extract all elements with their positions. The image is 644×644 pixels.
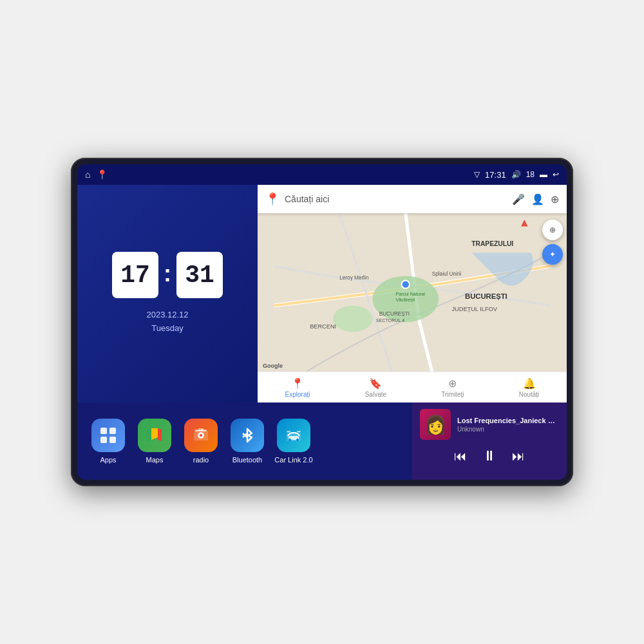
music-next-button[interactable]: ⏭ xyxy=(512,450,525,462)
svg-rect-28 xyxy=(287,431,290,432)
clock-display: 17 : 31 xyxy=(112,252,223,298)
svg-point-21 xyxy=(200,434,202,437)
svg-text:TRAPEZULUI: TRAPEZULUI xyxy=(471,240,513,247)
radio-icon-svg: FM xyxy=(191,426,211,445)
device: ⌂ 📍 ▽ 17:31 🔊 18 ▬ ↩ 17 : xyxy=(71,158,573,486)
music-artist: Unknown xyxy=(457,426,559,433)
radio-label: radio xyxy=(193,456,209,464)
saved-icon: 🔖 xyxy=(369,377,382,390)
maps-shortcut-icon[interactable]: 📍 xyxy=(97,169,108,180)
clock-date-value: 2023.12.12 xyxy=(146,308,188,322)
map-search-actions: 🎤 👤 ⊕ xyxy=(512,193,559,205)
map-search-input[interactable]: Căutați aici xyxy=(285,194,507,204)
svg-point-2 xyxy=(333,306,373,332)
map-panel[interactable]: 📍 Căutați aici 🎤 👤 ⊕ xyxy=(258,185,567,402)
app-carlink[interactable]: Car Link 2.0 xyxy=(273,419,314,464)
svg-rect-15 xyxy=(100,428,107,434)
device-screen: ⌂ 📍 ▽ 17:31 🔊 18 ▬ ↩ 17 : xyxy=(77,164,567,480)
map-nav-trimiteti-label: Trimiteți xyxy=(441,391,464,398)
svg-text:FM: FM xyxy=(198,428,203,431)
svg-rect-18 xyxy=(109,437,116,443)
svg-point-27 xyxy=(296,439,299,441)
map-search-bar: 📍 Căutați aici 🎤 👤 ⊕ xyxy=(258,185,567,213)
svg-text:Văcărești: Văcărești xyxy=(395,298,415,303)
explore-icon: 📍 xyxy=(291,377,304,390)
map-controls: ⊕ ✦ xyxy=(542,220,563,265)
bluetooth-label: Bluetooth xyxy=(232,456,262,464)
map-view[interactable]: TRAPEZULUI BUCUREȘTI JUDEȚUL ILFOV BERCE… xyxy=(258,213,567,372)
bottom-section: Apps Maps xyxy=(77,402,567,480)
volume-icon: 🔊 xyxy=(511,170,521,179)
apps-icon-svg xyxy=(99,426,118,445)
svg-text:BUCUREȘTI: BUCUREȘTI xyxy=(379,311,410,317)
account-icon[interactable]: 👤 xyxy=(531,193,544,205)
news-icon: 🔔 xyxy=(523,377,536,390)
back-icon[interactable]: ↩ xyxy=(553,170,559,179)
main-content: 17 : 31 2023.12.12 Tuesday 📍 Căutați aic… xyxy=(77,185,567,480)
carlink-icon xyxy=(277,419,310,452)
clock-minutes: 31 xyxy=(176,252,223,298)
music-thumbnail: 👩 xyxy=(420,409,451,440)
send-icon: ⊕ xyxy=(448,377,457,390)
svg-rect-16 xyxy=(109,428,116,434)
signal-icon: ▽ xyxy=(474,170,480,179)
map-nav-exploreaza[interactable]: 📍 Explorați xyxy=(285,377,310,398)
music-thumb-image: 👩 xyxy=(424,414,447,435)
svg-text:JUDEȚUL ILFOV: JUDEȚUL ILFOV xyxy=(452,306,498,312)
svg-text:Parcul Natural: Parcul Natural xyxy=(395,292,425,297)
map-svg: TRAPEZULUI BUCUREȘTI JUDEȚUL ILFOV BERCE… xyxy=(258,213,567,372)
maps-icon-svg xyxy=(145,426,164,445)
clock-hours: 17 xyxy=(112,252,158,298)
clock-colon: : xyxy=(164,260,171,287)
status-time: 17:31 xyxy=(485,170,506,180)
map-nav-noutati[interactable]: 🔔 Noutăți xyxy=(519,377,540,398)
radio-icon: FM xyxy=(184,419,218,452)
app-bluetooth[interactable]: Bluetooth xyxy=(227,419,268,464)
app-apps[interactable]: Apps xyxy=(88,419,129,464)
clock-day-value: Tuesday xyxy=(146,322,188,336)
music-title: Lost Frequencies_Janieck Devy-... xyxy=(457,417,559,424)
svg-text:SECTORUL 4: SECTORUL 4 xyxy=(376,318,405,323)
app-radio[interactable]: FM radio xyxy=(180,419,222,464)
bluetooth-icon-svg xyxy=(238,426,257,445)
navigate-fab[interactable]: ✦ xyxy=(542,244,563,265)
svg-text:BUCUREȘTI: BUCUREȘTI xyxy=(465,292,507,300)
music-text: Lost Frequencies_Janieck Devy-... Unknow… xyxy=(457,417,559,433)
map-nav-noutati-label: Noutăți xyxy=(519,391,540,398)
map-graphic: TRAPEZULUI BUCUREȘTI JUDEȚUL ILFOV BERCE… xyxy=(258,213,567,372)
apps-label: Apps xyxy=(100,456,116,464)
status-right-icons: ▽ 17:31 🔊 18 ▬ ↩ xyxy=(474,170,559,180)
music-prev-button[interactable]: ⏮ xyxy=(454,450,467,462)
apps-icon xyxy=(91,419,125,452)
map-nav-salvate-label: Salvate xyxy=(365,391,386,398)
music-controls: ⏮ ⏸ ⏭ xyxy=(412,444,567,468)
maps-icon xyxy=(138,419,171,452)
location-fab[interactable]: ⊕ xyxy=(542,220,563,240)
layers-icon[interactable]: ⊕ xyxy=(551,193,559,205)
google-logo: Google xyxy=(263,363,283,369)
mic-icon[interactable]: 🎤 xyxy=(512,193,525,205)
music-player: 👩 Lost Frequencies_Janieck Devy-... Unkn… xyxy=(412,402,567,480)
map-nav-salvate[interactable]: 🔖 Salvate xyxy=(365,377,386,398)
svg-text:BERCENI: BERCENI xyxy=(310,323,336,330)
app-maps[interactable]: Maps xyxy=(134,419,175,464)
svg-rect-17 xyxy=(100,437,107,443)
carlink-label: Car Link 2.0 xyxy=(274,456,312,464)
status-bar: ⌂ 📍 ▽ 17:31 🔊 18 ▬ ↩ xyxy=(77,164,567,185)
bluetooth-icon xyxy=(231,419,264,452)
music-play-button[interactable]: ⏸ xyxy=(482,449,497,463)
battery-icon: ▬ xyxy=(540,170,547,179)
svg-point-12 xyxy=(402,281,410,289)
map-bottom-nav: 📍 Explorați 🔖 Salvate ⊕ Trimiteți 🔔 xyxy=(258,372,567,402)
carlink-icon-svg xyxy=(284,426,303,445)
music-info: 👩 Lost Frequencies_Janieck Devy-... Unkn… xyxy=(412,402,567,444)
map-nav-trimiteti[interactable]: ⊕ Trimiteți xyxy=(441,377,464,398)
svg-text:Leroy Merlin: Leroy Merlin xyxy=(339,275,368,281)
map-nav-exploreaza-label: Explorați xyxy=(285,391,310,398)
map-pin-icon: 📍 xyxy=(265,192,279,206)
status-left-icons: ⌂ 📍 xyxy=(85,169,108,180)
home-icon[interactable]: ⌂ xyxy=(85,169,90,180)
svg-text:Splaiul Unirii: Splaiul Unirii xyxy=(432,271,462,277)
svg-point-26 xyxy=(289,439,291,441)
apps-bar: Apps Maps xyxy=(77,402,412,480)
